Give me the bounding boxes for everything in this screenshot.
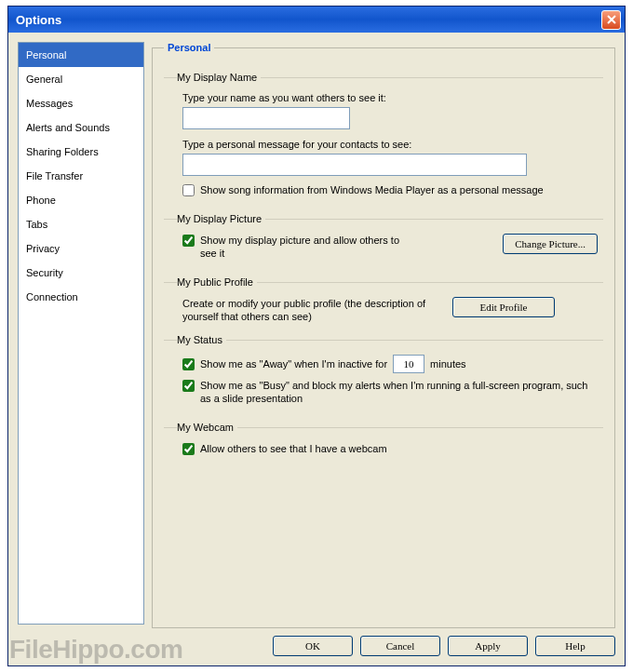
public-profile-desc: Create or modify your public profile (th…	[182, 297, 443, 323]
webcam-checkbox[interactable]	[182, 443, 195, 455]
personal-msg-prompt: Type a personal message for your contact…	[182, 139, 598, 150]
group-status: My Status Show me as "Away" when I'm ina…	[164, 334, 603, 412]
close-button[interactable]	[601, 10, 621, 30]
sidebar-item-security[interactable]: Security	[19, 261, 143, 285]
dialog-footer: OK Cancel Apply Help	[8, 630, 625, 665]
sidebar-item-alerts[interactable]: Alerts and Sounds	[19, 115, 143, 140]
webcam-legend: My Webcam	[177, 422, 237, 433]
display-name-input[interactable]	[182, 107, 350, 129]
away-prefix: Show me as "Away" when I'm inactive for	[200, 357, 387, 370]
display-name-legend: My Display Name	[177, 72, 261, 83]
options-window: Options Personal General Messages Alerts…	[7, 6, 626, 666]
busy-checkbox[interactable]	[182, 380, 195, 392]
panel-title: Personal	[164, 42, 214, 53]
apply-button[interactable]: Apply	[448, 636, 528, 656]
display-name-prompt: Type your name as you want others to see…	[182, 92, 598, 103]
sidebar-item-privacy[interactable]: Privacy	[19, 236, 143, 261]
sidebar-item-filetransfer[interactable]: File Transfer	[19, 164, 143, 188]
close-icon	[607, 15, 616, 24]
sidebar-item-phone[interactable]: Phone	[19, 188, 143, 212]
content-panel: Personal My Display Name Type your name …	[152, 42, 615, 625]
busy-label: Show me as "Busy" and block my alerts wh…	[200, 379, 598, 405]
ok-button[interactable]: OK	[273, 636, 353, 656]
group-display-name: My Display Name Type your name as you wa…	[164, 72, 603, 204]
status-legend: My Status	[177, 334, 226, 345]
away-suffix: minutes	[430, 358, 466, 370]
show-picture-checkbox[interactable]	[182, 235, 195, 247]
away-minutes-input[interactable]	[393, 355, 424, 373]
sidebar-item-connection[interactable]: Connection	[19, 285, 143, 309]
group-public-profile: My Public Profile Create or modify your …	[164, 276, 603, 325]
webcam-label: Allow others to see that I have a webcam	[200, 442, 598, 455]
change-picture-button[interactable]: Change Picture...	[503, 234, 598, 254]
titlebar[interactable]: Options	[8, 7, 625, 33]
dialog-body: Personal General Messages Alerts and Sou…	[8, 33, 625, 630]
away-checkbox[interactable]	[182, 358, 195, 370]
sidebar-item-general[interactable]: General	[19, 67, 143, 91]
sidebar-item-sharing[interactable]: Sharing Folders	[19, 140, 143, 164]
display-picture-legend: My Display Picture	[177, 213, 265, 224]
group-display-picture: My Display Picture Show my display pictu…	[164, 213, 603, 267]
sidebar-item-tabs[interactable]: Tabs	[19, 212, 143, 236]
cancel-button[interactable]: Cancel	[360, 636, 440, 656]
category-sidebar: Personal General Messages Alerts and Sou…	[18, 42, 144, 625]
window-title: Options	[16, 13, 601, 27]
sidebar-item-personal[interactable]: Personal	[19, 43, 143, 67]
personal-panel: Personal My Display Name Type your name …	[152, 42, 615, 628]
personal-msg-input[interactable]	[182, 154, 527, 176]
song-info-label: Show song information from Windows Media…	[200, 183, 598, 196]
help-button[interactable]: Help	[535, 636, 615, 656]
show-picture-label: Show my display picture and allow others…	[200, 234, 405, 260]
sidebar-item-messages[interactable]: Messages	[19, 91, 143, 115]
song-info-checkbox[interactable]	[182, 184, 195, 196]
public-profile-legend: My Public Profile	[177, 276, 257, 288]
group-webcam: My Webcam Allow others to see that I hav…	[164, 422, 603, 463]
edit-profile-button[interactable]: Edit Profile	[452, 297, 555, 317]
